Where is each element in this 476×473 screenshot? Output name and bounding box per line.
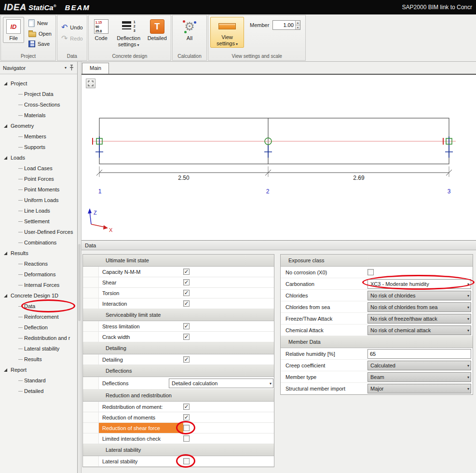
deflections-select[interactable]: Detailed calculation▾ (169, 378, 273, 388)
row-label: Member type (286, 374, 367, 380)
selected-value: Beam (370, 374, 384, 380)
nav-group-results[interactable]: Results (0, 248, 77, 258)
deflection-settings-button[interactable]: 123 Deflection settings▾ (112, 17, 146, 49)
nav-item-user-defined-forces[interactable]: User-Defined Forces (0, 227, 77, 237)
data-panel-header: Data (82, 241, 476, 250)
expanded-triangle-icon (4, 252, 7, 255)
limited-interaction-check-checkbox[interactable] (183, 435, 190, 442)
spinner-up-button[interactable]: ▲ (296, 21, 300, 25)
nav-item-line-loads[interactable]: Line Loads (0, 205, 77, 216)
creep-coefficient-select[interactable]: Calculated▾ (367, 361, 471, 370)
nav-item-materials[interactable]: Materials (0, 110, 77, 121)
chemical-attack-select[interactable]: No risk of chemical attack▾ (367, 325, 471, 335)
row-gutter (83, 277, 99, 287)
beam-view[interactable]: 2.50 2.69 1 2 3 Z X (82, 75, 476, 240)
selected-value: Detailed calculation (172, 380, 218, 386)
relative-humidity-input[interactable] (367, 349, 471, 359)
spinner-down-button[interactable]: ▼ (296, 25, 300, 30)
check-icon: ✓ (184, 356, 189, 363)
nav-item-redistribution[interactable]: Redistribution and r (0, 333, 77, 343)
nav-item-detailed[interactable]: Detailed (0, 386, 77, 396)
nav-item-combinations[interactable]: Combinations (0, 237, 77, 248)
vertical-scrollbar[interactable] (78, 62, 82, 473)
navigator-dropdown-icon[interactable]: ▾ (65, 66, 67, 70)
chlorides-select[interactable]: No risk of chlorides▾ (367, 291, 471, 300)
nav-item-reactions[interactable]: Reactions (0, 258, 77, 269)
check-icon: ✓ (184, 404, 189, 410)
selected-value: Calculated (370, 363, 395, 368)
file-button[interactable]: ID File (3, 17, 24, 43)
nav-group-geometry[interactable]: Geometry (0, 121, 77, 131)
nav-item-uniform-loads[interactable]: Uniform Loads (0, 195, 77, 205)
chlorides-from-sea-select[interactable]: No risk of chlorides from sea▾ (367, 302, 471, 312)
row-label: Lateral stability (102, 459, 183, 464)
shear-checkbox[interactable]: ✓ (183, 279, 190, 285)
registered-mark: ® (54, 4, 56, 8)
row-label: Structural member import (286, 386, 367, 392)
check-icon: ✓ (184, 414, 189, 420)
save-button[interactable]: Save (27, 40, 54, 48)
detailing-checkbox[interactable]: ✓ (183, 356, 190, 363)
main-area: Main (82, 62, 476, 473)
freeze-thaw-select[interactable]: No risk of freeze/thaw attack▾ (367, 314, 471, 324)
nav-item-members[interactable]: Members (0, 131, 77, 142)
redistribution-of-moments-checkbox[interactable]: ✓ (183, 404, 190, 410)
nav-item-reinforcement[interactable]: Reinforcement (0, 311, 77, 322)
carbonation-select[interactable]: XC3 - Moderate humidity▾ (367, 279, 471, 289)
nav-item-internal-forces[interactable]: Internal Forces (0, 280, 77, 290)
row-label: Chemical Attack (286, 327, 367, 333)
nav-group-project[interactable]: Project (0, 78, 77, 89)
nav-item-cross-sections[interactable]: Cross-Sections (0, 99, 77, 110)
nav-item-settlement[interactable]: Settlement (0, 216, 77, 227)
nav-item-standard[interactable]: Standard (0, 375, 77, 386)
ribbon-group-label-view: View settings and scale (208, 53, 305, 60)
scrollbar-thumb[interactable] (78, 244, 81, 321)
nav-item-project-data[interactable]: Project Data (0, 89, 77, 99)
nav-item-point-moments[interactable]: Point Moments (0, 184, 77, 195)
stress-limitation-checkbox[interactable]: ✓ (183, 323, 190, 329)
fit-view-button[interactable] (86, 79, 95, 88)
z-axis-label: Z (94, 210, 97, 216)
tab-main[interactable]: Main (82, 63, 109, 74)
row-label: Interaction (102, 301, 183, 307)
member-scale-input[interactable] (273, 21, 295, 29)
nav-item-deflection[interactable]: Deflection (0, 322, 77, 333)
no-corrosion-checkbox[interactable] (367, 269, 374, 275)
nav-group-loads[interactable]: Loads (0, 152, 77, 163)
ribbon-group-label-calculation: Calculation (173, 53, 206, 60)
code-button[interactable]: 1.15 90 25.8 Code (91, 17, 112, 43)
nav-item-point-forces[interactable]: Point Forces (0, 174, 77, 184)
nav-item-load-cases[interactable]: Load Cases (0, 163, 77, 174)
nav-item-data[interactable]: Data (0, 301, 77, 311)
nav-item-results[interactable]: Results (0, 354, 77, 365)
calculate-all-button[interactable]: ⚙ All (179, 17, 200, 43)
redo-button[interactable]: ↷ Redo (59, 34, 85, 43)
torsion-checkbox[interactable]: ✓ (183, 290, 190, 296)
member-type-select[interactable]: Beam▾ (367, 372, 471, 382)
detailed-button[interactable]: T Detailed (146, 17, 169, 43)
nav-group-report[interactable]: Report (0, 365, 77, 375)
nav-item-supports[interactable]: Supports (0, 142, 77, 152)
lateral-stability-checkbox[interactable] (183, 458, 190, 464)
reduction-of-moments-checkbox[interactable]: ✓ (183, 414, 190, 420)
code-icon-line2: 90 (95, 25, 99, 29)
crack-width-checkbox[interactable]: ✓ (183, 334, 190, 340)
open-button[interactable]: Open (27, 29, 54, 38)
nav-item-deformations[interactable]: Deformations (0, 269, 77, 280)
code-icon-line1: 1.15 (95, 21, 102, 25)
pin-icon[interactable] (69, 65, 74, 71)
capacity-nmm-checkbox[interactable]: ✓ (183, 269, 190, 275)
view-settings-button[interactable]: View settings▾ (210, 17, 244, 48)
interaction-checkbox[interactable]: ✓ (183, 300, 190, 307)
undo-button[interactable]: ↶ Undo (59, 23, 85, 32)
open-folder-icon (28, 32, 36, 37)
data-panel-title: Data (85, 243, 96, 248)
new-button[interactable]: New (27, 18, 54, 28)
row-label: Relative humidity [%] (286, 351, 367, 357)
table-row: Chlorides from sea No risk of chlorides … (281, 301, 473, 313)
nav-group-concrete-design-1d[interactable]: Concrete Design 1D (0, 290, 77, 301)
reduction-of-shear-force-checkbox[interactable] (183, 425, 190, 431)
new-file-icon (28, 19, 35, 27)
nav-item-lateral-stability[interactable]: Lateral stability (0, 343, 77, 354)
structural-member-import-select[interactable]: Major▾ (367, 384, 471, 393)
